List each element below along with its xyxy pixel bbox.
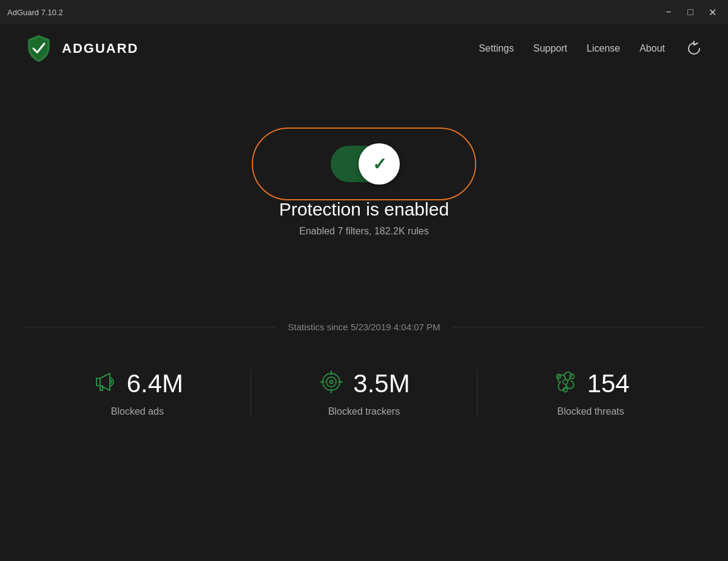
- nav-settings[interactable]: Settings: [479, 41, 514, 56]
- minimize-button[interactable]: −: [660, 4, 677, 21]
- maximize-button[interactable]: □: [682, 4, 699, 21]
- stats-since-label: Statistics since 5/23/2019 4:04:07 PM: [276, 322, 453, 332]
- nav-support[interactable]: Support: [533, 41, 567, 56]
- main-nav: Settings Support License About: [479, 39, 704, 58]
- blocked-trackers-label: Blocked trackers: [328, 406, 400, 417]
- main-content: ✓ Protection is enabled Enabled 7 filter…: [0, 73, 728, 429]
- header: ADGUARD Settings Support License About: [0, 24, 728, 73]
- toggle-knob: ✓: [359, 143, 400, 185]
- statistics-section: Statistics since 5/23/2019 4:04:07 PM: [0, 322, 728, 429]
- biohazard-icon: [552, 369, 579, 399]
- stats-divider-row: Statistics since 5/23/2019 4:04:07 PM: [0, 322, 728, 332]
- refresh-icon: [686, 41, 702, 56]
- stat-blocked-trackers: 3.5M Blocked trackers: [251, 356, 477, 429]
- stat-blocked-trackers-top: 3.5M: [318, 369, 410, 399]
- close-button[interactable]: ✕: [704, 4, 721, 21]
- blocked-threats-label: Blocked threats: [558, 406, 624, 417]
- blocked-trackers-value: 3.5M: [353, 369, 410, 398]
- svg-point-1: [326, 377, 336, 387]
- target-icon: [318, 369, 345, 399]
- divider-right: [453, 327, 704, 327]
- title-bar: AdGuard 7.10.2 − □ ✕: [0, 0, 728, 24]
- stat-blocked-threats-top: 154: [552, 369, 630, 399]
- shield-icon: [24, 34, 53, 63]
- divider-left: [24, 327, 276, 327]
- stat-blocked-ads-top: 6.4M: [92, 369, 183, 399]
- protection-toggle-container: ✓: [331, 146, 397, 182]
- logo-text: ADGUARD: [62, 41, 138, 56]
- blocked-ads-label: Blocked ads: [111, 406, 164, 417]
- stat-blocked-threats: 154 Blocked threats: [477, 356, 704, 429]
- nav-about[interactable]: About: [639, 41, 665, 56]
- app-title: AdGuard 7.10.2: [7, 8, 63, 17]
- nav-license[interactable]: License: [587, 41, 620, 56]
- svg-point-2: [330, 381, 333, 384]
- svg-point-0: [323, 373, 340, 390]
- protection-title: Protection is enabled: [279, 199, 449, 220]
- window-controls: − □ ✕: [660, 4, 721, 21]
- refresh-button[interactable]: [684, 39, 704, 58]
- stats-row: 6.4M Blocked ads: [0, 356, 728, 429]
- protection-subtitle: Enabled 7 filters, 182.2K rules: [299, 226, 428, 237]
- megaphone-icon: [92, 369, 118, 399]
- blocked-threats-value: 154: [587, 369, 630, 398]
- stat-blocked-ads: 6.4M Blocked ads: [24, 356, 251, 429]
- toggle-check-icon: ✓: [372, 154, 386, 174]
- blocked-ads-value: 6.4M: [127, 369, 183, 398]
- logo: ADGUARD: [24, 34, 138, 63]
- protection-toggle[interactable]: ✓: [331, 146, 397, 182]
